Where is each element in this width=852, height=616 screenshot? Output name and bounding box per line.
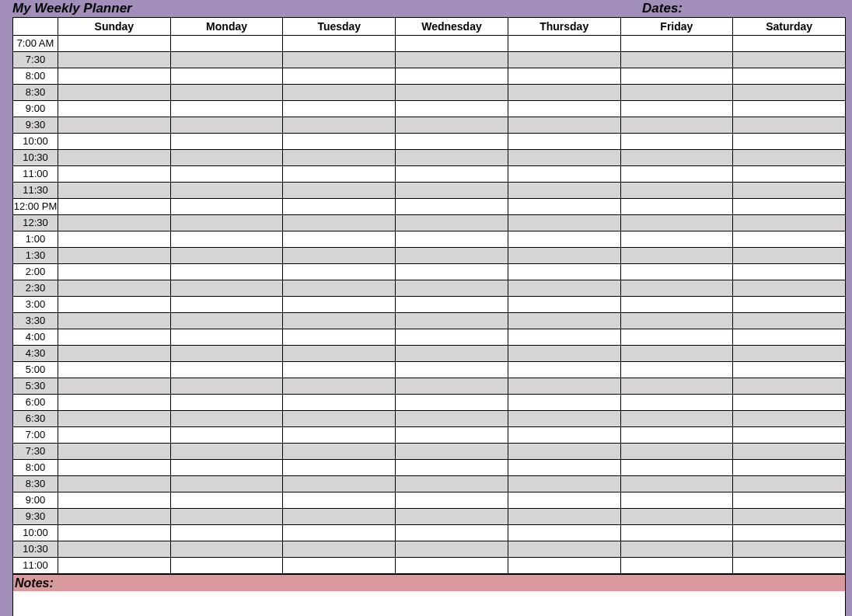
planner-cell[interactable] [58,378,171,395]
planner-cell[interactable] [170,183,283,199]
planner-cell[interactable] [508,248,620,264]
planner-cell[interactable] [58,509,171,525]
planner-cell[interactable] [283,362,396,378]
planner-cell[interactable] [283,541,396,558]
planner-cell[interactable] [396,280,508,297]
planner-cell[interactable] [283,411,396,427]
planner-cell[interactable] [508,215,620,231]
planner-cell[interactable] [396,378,508,395]
planner-cell[interactable] [508,476,620,492]
planner-cell[interactable] [170,52,283,68]
planner-cell[interactable] [733,264,846,280]
planner-cell[interactable] [58,329,171,346]
planner-cell[interactable] [396,68,508,85]
planner-cell[interactable] [620,362,733,378]
planner-cell[interactable] [170,558,283,574]
planner-cell[interactable] [508,264,620,280]
planner-cell[interactable] [283,117,396,134]
planner-cell[interactable] [508,150,620,166]
planner-cell[interactable] [508,297,620,313]
planner-cell[interactable] [733,199,846,215]
planner-cell[interactable] [58,525,171,541]
planner-cell[interactable] [58,346,171,362]
planner-cell[interactable] [396,215,508,231]
planner-cell[interactable] [620,199,733,215]
planner-cell[interactable] [283,150,396,166]
planner-cell[interactable] [170,362,283,378]
planner-cell[interactable] [170,264,283,280]
planner-cell[interactable] [58,362,171,378]
planner-cell[interactable] [508,362,620,378]
planner-cell[interactable] [283,395,396,411]
planner-cell[interactable] [733,313,846,329]
planner-cell[interactable] [508,134,620,150]
planner-cell[interactable] [508,85,620,101]
planner-cell[interactable] [396,183,508,199]
planner-cell[interactable] [170,492,283,509]
planner-cell[interactable] [170,329,283,346]
planner-cell[interactable] [733,460,846,476]
planner-cell[interactable] [733,68,846,85]
planner-cell[interactable] [508,509,620,525]
planner-cell[interactable] [170,117,283,134]
planner-cell[interactable] [170,85,283,101]
planner-cell[interactable] [170,215,283,231]
planner-cell[interactable] [58,231,171,248]
planner-cell[interactable] [58,264,171,280]
planner-cell[interactable] [508,395,620,411]
planner-cell[interactable] [283,52,396,68]
planner-cell[interactable] [396,411,508,427]
planner-cell[interactable] [58,427,171,444]
planner-cell[interactable] [733,541,846,558]
planner-cell[interactable] [58,558,171,574]
planner-cell[interactable] [283,36,396,52]
planner-cell[interactable] [733,85,846,101]
planner-cell[interactable] [283,248,396,264]
planner-cell[interactable] [733,150,846,166]
planner-cell[interactable] [620,166,733,183]
planner-cell[interactable] [283,297,396,313]
planner-cell[interactable] [620,509,733,525]
planner-cell[interactable] [283,101,396,117]
planner-cell[interactable] [508,444,620,460]
planner-cell[interactable] [170,134,283,150]
planner-cell[interactable] [620,52,733,68]
planner-cell[interactable] [620,117,733,134]
planner-cell[interactable] [170,346,283,362]
planner-cell[interactable] [733,476,846,492]
planner-cell[interactable] [396,558,508,574]
planner-cell[interactable] [620,297,733,313]
planner-cell[interactable] [283,460,396,476]
planner-cell[interactable] [620,231,733,248]
planner-cell[interactable] [396,52,508,68]
planner-cell[interactable] [620,525,733,541]
planner-cell[interactable] [620,378,733,395]
planner-cell[interactable] [620,476,733,492]
planner-cell[interactable] [733,525,846,541]
planner-cell[interactable] [396,150,508,166]
planner-cell[interactable] [508,36,620,52]
planner-cell[interactable] [170,199,283,215]
planner-cell[interactable] [170,36,283,52]
planner-cell[interactable] [733,362,846,378]
planner-cell[interactable] [58,117,171,134]
planner-cell[interactable] [170,476,283,492]
planner-cell[interactable] [733,52,846,68]
planner-cell[interactable] [170,150,283,166]
planner-cell[interactable] [283,313,396,329]
planner-cell[interactable] [620,150,733,166]
planner-cell[interactable] [508,525,620,541]
planner-cell[interactable] [396,509,508,525]
planner-cell[interactable] [508,199,620,215]
planner-cell[interactable] [58,541,171,558]
planner-cell[interactable] [508,231,620,248]
planner-cell[interactable] [58,183,171,199]
planner-cell[interactable] [396,329,508,346]
planner-cell[interactable] [170,411,283,427]
planner-cell[interactable] [733,231,846,248]
planner-cell[interactable] [620,85,733,101]
planner-cell[interactable] [58,492,171,509]
planner-cell[interactable] [58,395,171,411]
planner-cell[interactable] [396,199,508,215]
planner-cell[interactable] [396,444,508,460]
